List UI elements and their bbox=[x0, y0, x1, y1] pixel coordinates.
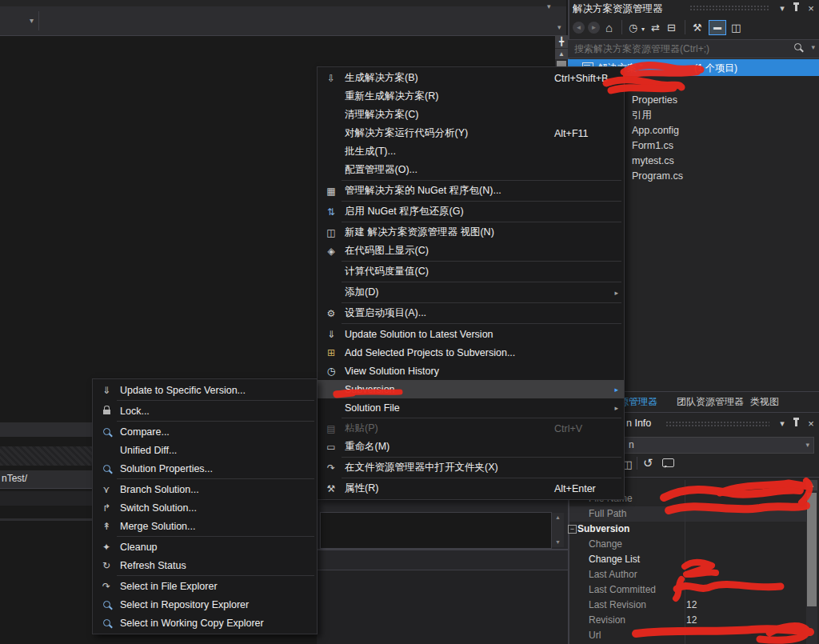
property-row-last-author[interactable]: Last Author bbox=[569, 567, 806, 582]
forward-icon[interactable]: ► bbox=[588, 22, 600, 34]
home-icon[interactable]: ⌂ bbox=[605, 19, 613, 37]
chevron-down-icon[interactable]: ▾ bbox=[641, 21, 645, 38]
submenu-item-solution-properties[interactable]: Solution Properties... bbox=[93, 459, 317, 478]
tab-class-view[interactable]: 类视图 bbox=[750, 392, 779, 411]
property-row-url[interactable]: Url bbox=[569, 628, 806, 643]
search-input[interactable] bbox=[573, 42, 776, 56]
menu-item-add-projects-to-subversion[interactable]: ⊞Add Selected Projects to Subversion... bbox=[318, 343, 624, 362]
menu-separator bbox=[117, 478, 314, 479]
menu-separator bbox=[342, 282, 621, 282]
tab-team-explorer[interactable]: 团队资源管理器 bbox=[677, 392, 744, 411]
tree-item-properties[interactable]: Properties bbox=[632, 93, 677, 108]
show-all-files-toggle[interactable]: ▬ bbox=[709, 20, 726, 35]
back-icon[interactable]: ◄ bbox=[573, 22, 585, 34]
menu-item-build-solution[interactable]: ⇩生成解决方案(B)Ctrl+Shift+B bbox=[318, 69, 624, 87]
menu-item-paste[interactable]: ▤粘贴(P)Ctrl+V bbox=[318, 419, 624, 438]
compare-magnifier-icon bbox=[103, 428, 110, 435]
tree-item-references[interactable]: 引用 bbox=[632, 108, 652, 123]
chevron-down-icon: ▾ bbox=[30, 16, 34, 25]
scroll-down-icon[interactable]: ▼ bbox=[552, 538, 564, 547]
menu-item-properties[interactable]: ⚒属性(R)Alt+Enter bbox=[318, 479, 624, 498]
menu-separator bbox=[117, 400, 314, 401]
menu-item-run-code-analysis[interactable]: 对解决方案运行代码分析(Y)Alt+F11 bbox=[318, 124, 624, 142]
menu-separator bbox=[117, 536, 314, 537]
vs-ide-window: ▾ ▾ ▾ ╋ ▲ nTest/ ▲ ▼ 解决方案资源管理器 ▾ × ◄ ► ⌂… bbox=[0, 0, 819, 644]
property-row-change[interactable]: Change bbox=[569, 537, 806, 552]
menu-item-enable-nuget-restore[interactable]: ⇅启用 NuGet 程序包还原(G) bbox=[318, 202, 624, 221]
submenu-item-merge-solution[interactable]: ↟Merge Solution... bbox=[93, 517, 317, 535]
menu-item-rename[interactable]: ▭重命名(M) bbox=[318, 438, 624, 456]
menu-item-show-on-code-map[interactable]: ◈在代码图上显示(C) bbox=[318, 242, 624, 260]
tree-item-app-config[interactable]: App.config bbox=[632, 123, 679, 138]
properties-wrench-icon[interactable]: ⚒ bbox=[693, 19, 702, 37]
svn-update-icon: ⇓ bbox=[318, 329, 345, 340]
toolbar-combobox[interactable]: ▾ bbox=[0, 11, 39, 30]
menu-item-view-solution-history[interactable]: ◷View Solution History bbox=[318, 362, 624, 380]
menu-item-manage-nuget-packages[interactable]: ▦管理解决方案的 NuGet 程序包(N)... bbox=[318, 182, 624, 200]
scroll-up-icon[interactable]: ▲ bbox=[552, 513, 564, 522]
menu-item-solution-file[interactable]: Solution File▸ bbox=[318, 398, 624, 417]
close-icon[interactable]: × bbox=[806, 418, 816, 430]
collapse-all-icon[interactable]: ⊟ bbox=[667, 19, 676, 37]
menu-item-add[interactable]: 添加(D)▸ bbox=[318, 283, 624, 302]
menu-item-batch-build[interactable]: 批生成(T)... bbox=[318, 142, 624, 161]
property-row-revision[interactable]: Revision12 bbox=[569, 613, 806, 628]
submenu-item-switch-solution[interactable]: ↱Switch Solution... bbox=[93, 498, 317, 517]
textbox-scrollbar[interactable]: ▲ ▼ bbox=[552, 513, 564, 547]
comment-bubble-icon[interactable] bbox=[662, 458, 674, 467]
property-row-last-committed[interactable]: Last Committed bbox=[569, 582, 806, 598]
history-icon[interactable]: ↺ bbox=[643, 454, 653, 472]
panel-drag-grip bbox=[665, 421, 769, 428]
pin-icon[interactable] bbox=[795, 5, 797, 11]
tree-item-program[interactable]: Program.cs bbox=[632, 169, 683, 184]
submenu-item-branch-solution[interactable]: ⋎Branch Solution... bbox=[93, 480, 317, 498]
grid-scrollbar-thumb[interactable] bbox=[807, 493, 817, 606]
hidden-panel-hatched-bar bbox=[0, 446, 93, 466]
svn-update-icon: ⇓ bbox=[93, 385, 120, 396]
pin-icon[interactable] bbox=[795, 420, 797, 426]
toolbar-overflow-icon[interactable]: ▾ bbox=[547, 2, 551, 10]
scroll-up-icon[interactable]: ▲ bbox=[806, 480, 817, 490]
menu-item-configuration-manager[interactable]: 配置管理器(O)... bbox=[318, 161, 624, 179]
property-row-last-revision[interactable]: Last Revision12 bbox=[569, 598, 806, 613]
submenu-item-select-in-repository-explorer[interactable]: Select in Repository Explorer bbox=[93, 595, 317, 614]
window-position-icon[interactable]: ▾ bbox=[777, 3, 787, 14]
search-icon[interactable] bbox=[794, 43, 801, 50]
tree-item-form1[interactable]: Form1.cs bbox=[632, 138, 673, 154]
toolbar-overflow-icon-2[interactable]: ▾ bbox=[557, 23, 561, 31]
submenu-item-refresh-status[interactable]: ↻Refresh Status bbox=[93, 556, 317, 574]
refresh-icon[interactable]: ⇄ bbox=[651, 19, 660, 37]
message-textbox[interactable] bbox=[320, 512, 552, 549]
submenu-item-select-in-working-copy-explorer[interactable]: Select in Working Copy Explorer bbox=[93, 614, 317, 632]
submenu-item-compare[interactable]: Compare... bbox=[93, 422, 317, 441]
submenu-item-lock[interactable]: Lock... bbox=[93, 402, 317, 420]
editor-splitter-handle[interactable]: ╋ bbox=[555, 35, 568, 48]
collapse-expander-icon[interactable]: − bbox=[568, 525, 577, 534]
submenu-item-update-to-specific-version[interactable]: ⇓Update to Specific Version... bbox=[93, 381, 317, 399]
menu-separator bbox=[342, 261, 621, 262]
menu-item-update-solution-latest[interactable]: ⇓Update Solution to Latest Version bbox=[318, 325, 624, 343]
property-row-change-list[interactable]: Change List bbox=[569, 552, 806, 567]
toolbar-separator bbox=[621, 20, 622, 34]
scroll-up-icon[interactable]: ▲ bbox=[555, 49, 568, 59]
chevron-down-icon: ▾ bbox=[805, 441, 809, 449]
chevron-down-icon[interactable]: ▾ bbox=[811, 43, 815, 51]
sync-with-active-document-icon[interactable]: ◫ bbox=[731, 19, 741, 37]
window-position-icon[interactable]: ▾ bbox=[777, 418, 787, 429]
menu-item-rebuild-solution[interactable]: 重新生成解决方案(R) bbox=[318, 87, 624, 106]
tree-item-mytest[interactable]: mytest.cs bbox=[632, 154, 674, 169]
menu-item-open-folder-in-file-explorer[interactable]: ↷在文件资源管理器中打开文件夹(X) bbox=[318, 458, 624, 477]
menu-item-calculate-code-metrics[interactable]: 计算代码度量值(C) bbox=[318, 262, 624, 281]
property-row-full-path[interactable]: Full Path bbox=[569, 506, 806, 522]
submenu-item-unified-diff[interactable]: Unified Diff... bbox=[93, 441, 317, 459]
menu-item-clean-solution[interactable]: 清理解决方案(C) bbox=[318, 106, 624, 124]
pending-changes-filter-icon[interactable]: ◷ bbox=[629, 19, 637, 37]
submenu-item-cleanup[interactable]: ✦Cleanup bbox=[93, 538, 317, 556]
path-fragment-text: nTest/ bbox=[2, 473, 27, 484]
submenu-item-select-in-file-explorer[interactable]: ↷Select in File Explorer bbox=[93, 577, 317, 595]
menu-item-subversion[interactable]: Subversion▸ bbox=[318, 380, 624, 398]
menu-item-set-startup-projects[interactable]: ⚙设置启动项目(A)... bbox=[318, 304, 624, 322]
menu-item-new-solution-explorer-view[interactable]: ◫新建 解决方案资源管理器 视图(N) bbox=[318, 223, 624, 242]
close-icon[interactable]: × bbox=[806, 2, 816, 14]
property-category-subversion[interactable]: −Subversion bbox=[569, 522, 806, 537]
